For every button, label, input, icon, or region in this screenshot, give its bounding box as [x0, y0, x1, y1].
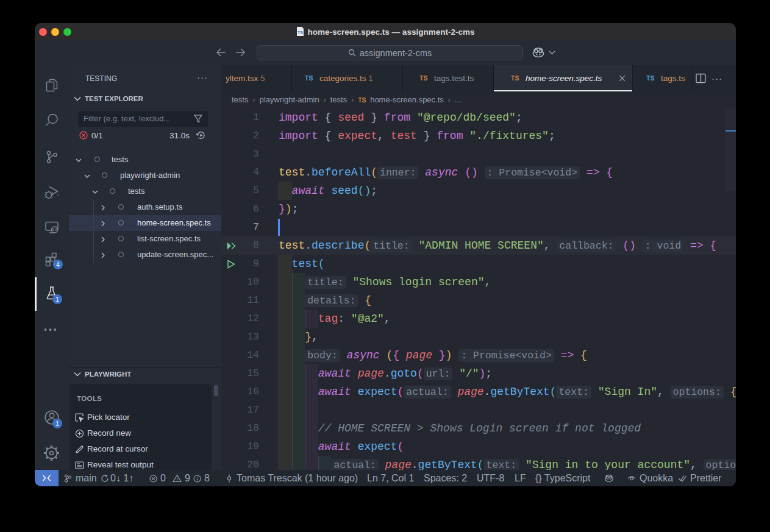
- svg-text:TS: TS: [298, 30, 303, 35]
